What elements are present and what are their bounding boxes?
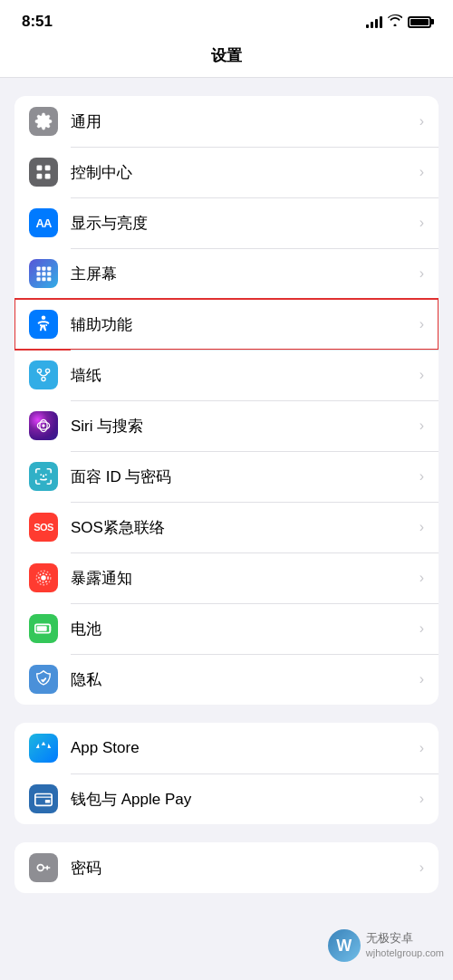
wallpaper-chevron: ›	[419, 367, 424, 383]
exposure-icon	[29, 563, 58, 592]
privacy-label: 隐私	[71, 669, 419, 690]
svg-rect-32	[45, 800, 51, 803]
siri-chevron: ›	[419, 418, 424, 434]
svg-point-33	[37, 865, 43, 871]
display-chevron: ›	[419, 215, 424, 231]
control-center-label: 控制中心	[71, 162, 419, 183]
watermark-text: 无极安卓 wjhotelgroup.com	[366, 931, 444, 959]
sos-icon: SOS	[29, 513, 58, 542]
main-content: 通用 › 控制中心 › AA 显示与亮度 ›	[0, 78, 453, 929]
wallpaper-label: 墙纸	[71, 365, 419, 386]
svg-rect-7	[37, 272, 41, 275]
battery-settings-icon	[29, 614, 58, 643]
general-label: 通用	[71, 111, 419, 132]
siri-label: Siri 与搜索	[71, 416, 419, 437]
home-screen-label: 主屏幕	[71, 264, 419, 284]
svg-rect-9	[47, 272, 51, 275]
battery-label: 电池	[71, 619, 419, 639]
settings-item-siri[interactable]: Siri 与搜索 ›	[14, 400, 439, 451]
home-screen-icon	[29, 259, 58, 288]
sos-label: SOS紧急联络	[71, 517, 419, 538]
settings-item-control-center[interactable]: 控制中心 ›	[14, 147, 439, 197]
wallet-icon	[29, 784, 58, 813]
control-center-icon	[29, 158, 58, 187]
settings-item-privacy[interactable]: 隐私 ›	[14, 654, 439, 705]
svg-rect-4	[37, 267, 41, 271]
app-store-label: App Store	[71, 739, 419, 757]
svg-point-13	[42, 315, 46, 320]
settings-group-security: 密码 ›	[14, 842, 439, 893]
display-icon: AA	[29, 208, 58, 237]
battery-icon	[408, 16, 431, 28]
svg-point-19	[43, 378, 45, 380]
privacy-icon	[29, 665, 58, 694]
svg-point-23	[40, 474, 42, 476]
siri-icon	[29, 411, 58, 440]
page-title: 设置	[0, 45, 453, 66]
svg-rect-12	[47, 277, 51, 281]
svg-rect-6	[47, 267, 51, 271]
general-icon	[29, 107, 58, 136]
battery-chevron: ›	[419, 620, 424, 637]
svg-point-24	[45, 474, 47, 476]
svg-rect-3	[45, 174, 51, 179]
svg-rect-30	[37, 626, 47, 631]
settings-item-general[interactable]: 通用 ›	[14, 96, 439, 147]
app-store-chevron: ›	[419, 740, 424, 756]
face-id-icon	[29, 462, 58, 491]
app-store-icon	[29, 734, 58, 763]
accessibility-label: 辅助功能	[71, 314, 419, 335]
svg-point-15	[38, 370, 41, 372]
face-id-chevron: ›	[419, 468, 424, 485]
general-chevron: ›	[419, 113, 424, 130]
settings-item-home-screen[interactable]: 主屏幕 ›	[14, 248, 439, 299]
accessibility-icon	[29, 310, 58, 339]
page-title-bar: 设置	[0, 38, 453, 78]
svg-rect-11	[42, 277, 45, 281]
home-screen-chevron: ›	[419, 265, 424, 282]
face-id-label: 面容 ID 与密码	[71, 466, 419, 487]
settings-item-passwords[interactable]: 密码 ›	[14, 842, 439, 893]
status-time: 8:51	[22, 13, 53, 31]
svg-rect-31	[35, 794, 52, 806]
settings-item-wallet[interactable]: 钱包与 Apple Pay ›	[14, 773, 439, 824]
settings-item-battery[interactable]: 电池 ›	[14, 603, 439, 654]
svg-rect-5	[42, 267, 45, 271]
exposure-label: 暴露通知	[71, 568, 419, 589]
svg-rect-8	[42, 272, 45, 275]
svg-rect-1	[45, 166, 51, 171]
wifi-icon	[388, 14, 402, 29]
wallet-chevron: ›	[419, 791, 424, 807]
svg-rect-2	[37, 174, 43, 179]
settings-group-services: App Store › 钱包与 Apple Pay ›	[14, 723, 439, 824]
settings-item-app-store[interactable]: App Store ›	[14, 723, 439, 773]
passwords-label: 密码	[71, 858, 419, 879]
svg-rect-10	[37, 277, 41, 281]
svg-point-22	[42, 424, 44, 427]
privacy-chevron: ›	[419, 671, 424, 687]
settings-group-main: 通用 › 控制中心 › AA 显示与亮度 ›	[14, 96, 439, 705]
accessibility-chevron: ›	[419, 316, 424, 332]
control-center-chevron: ›	[419, 164, 424, 180]
sos-chevron: ›	[419, 519, 424, 535]
passwords-chevron: ›	[419, 860, 424, 876]
signal-icon	[366, 15, 382, 28]
passwords-icon	[29, 853, 58, 882]
settings-item-accessibility[interactable]: 辅助功能 ›	[14, 299, 439, 350]
svg-point-26	[41, 575, 46, 581]
wallet-label: 钱包与 Apple Pay	[71, 789, 419, 810]
status-bar: 8:51	[0, 0, 453, 38]
settings-item-face-id[interactable]: 面容 ID 与密码 ›	[14, 451, 439, 502]
exposure-chevron: ›	[419, 570, 424, 586]
watermark-logo: W	[328, 929, 361, 962]
svg-point-17	[46, 370, 49, 372]
settings-item-sos[interactable]: SOS SOS紧急联络 ›	[14, 502, 439, 552]
settings-item-wallpaper[interactable]: 墙纸 ›	[14, 350, 439, 400]
svg-rect-0	[37, 166, 43, 171]
display-label: 显示与亮度	[71, 213, 419, 234]
watermark: W 无极安卓 wjhotelgroup.com	[328, 929, 444, 962]
status-icons	[366, 14, 431, 29]
settings-item-display[interactable]: AA 显示与亮度 ›	[14, 197, 439, 248]
settings-item-exposure[interactable]: 暴露通知 ›	[14, 552, 439, 603]
wallpaper-icon	[29, 360, 58, 389]
